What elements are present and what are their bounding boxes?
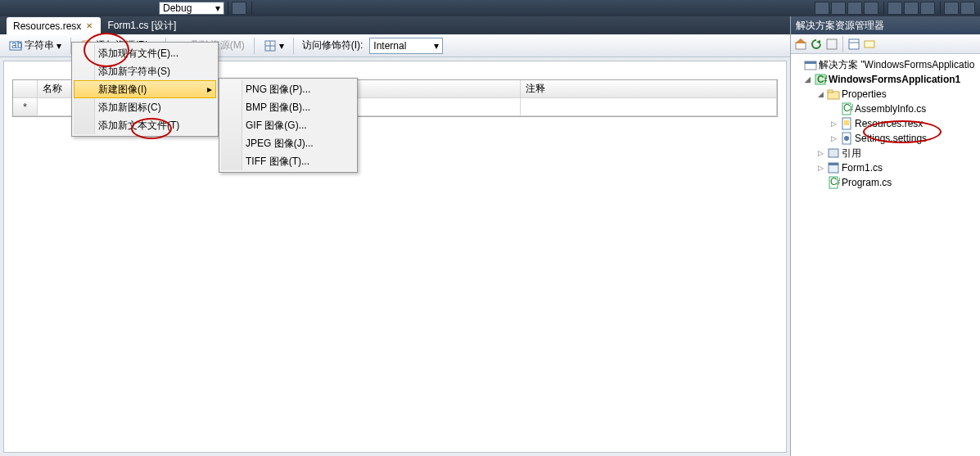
expand-icon[interactable]: ▷ <box>829 120 838 128</box>
tree-references[interactable]: ▷ 引用 <box>793 146 978 160</box>
solution-explorer-title: 解决方案资源管理器 <box>791 16 980 34</box>
svg-text:C#: C# <box>830 176 840 187</box>
csfile-icon: C# <box>827 176 840 189</box>
menu-add-icon[interactable]: 添加新图标(C) <box>74 98 216 116</box>
solution-tree[interactable]: 解决方案 "WindowsFormsApplicatio ◢ C# Window… <box>791 54 980 456</box>
solution-icon <box>804 58 817 71</box>
svg-rect-28 <box>829 149 838 157</box>
home-icon[interactable] <box>794 38 807 51</box>
form-icon <box>827 161 840 174</box>
access-modifier-label: 访问修饰符(I): <box>302 38 364 52</box>
references-icon <box>827 147 840 160</box>
expand-icon[interactable]: ▷ <box>815 164 825 172</box>
toolbar-icon[interactable] <box>831 2 846 15</box>
resource-grid-area: 名称 注释 * 添加现有文件(E)... 添加新字符串(S) 新建图像(I) <box>3 61 787 453</box>
tree-solution[interactable]: 解决方案 "WindowsFormsApplicatio <box>793 57 978 72</box>
strings-dropdown[interactable]: abc 字符串 ▾ <box>5 36 65 55</box>
tree-assemblyinfo[interactable]: C# AssemblyInfo.cs <box>793 102 978 116</box>
svg-rect-15 <box>865 41 874 47</box>
menu-add-textfile[interactable]: 添加新文本文件(T) <box>74 116 216 134</box>
collapse-icon[interactable]: ◢ <box>802 75 812 84</box>
resx-icon <box>840 117 853 130</box>
solution-explorer: 解决方案资源管理器 解决方案 "WindowsFormsApplicatio ◢… <box>791 16 980 456</box>
csfile-icon: C# <box>840 102 853 115</box>
tree-project[interactable]: ◢ C# WindowsFormsApplication1 <box>793 72 978 87</box>
svg-rect-21 <box>828 90 833 93</box>
solution-explorer-toolbar <box>791 34 980 54</box>
tab-label: Resources.resx <box>13 20 81 32</box>
expand-icon[interactable]: ▷ <box>829 134 838 142</box>
settings-icon <box>840 132 853 145</box>
svg-rect-9 <box>796 43 806 49</box>
svg-rect-12 <box>827 39 837 49</box>
strings-label: 字符串 <box>25 38 54 52</box>
row-header-corner[interactable] <box>13 80 38 97</box>
toolbar-icon[interactable] <box>887 2 902 15</box>
svg-text:C#: C# <box>843 102 853 114</box>
main-toolbar-strip: Debug▾ <box>0 0 980 16</box>
chevron-down-icon: ▾ <box>279 40 284 52</box>
tree-form1[interactable]: ▷ Form1.cs <box>793 160 978 175</box>
svg-rect-13 <box>849 39 859 49</box>
svg-text:abc: abc <box>11 39 22 51</box>
svg-rect-25 <box>844 120 849 125</box>
toolbar-icon[interactable] <box>960 2 975 15</box>
col-comment[interactable]: 注释 <box>521 80 777 97</box>
showall-icon[interactable] <box>863 38 876 51</box>
menu-png[interactable]: PNG 图像(P)... <box>221 80 355 98</box>
collapse-icon[interactable]: ◢ <box>815 90 825 98</box>
close-icon[interactable]: ✕ <box>84 21 94 31</box>
string-icon: abc <box>9 39 22 52</box>
svg-marker-10 <box>795 38 806 43</box>
tree-properties[interactable]: ◢ Properties <box>793 87 978 102</box>
expand-icon[interactable]: ▷ <box>815 149 825 157</box>
svg-rect-30 <box>829 163 838 165</box>
access-modifier-value: Internal <box>373 40 434 52</box>
tab-form1[interactable]: Form1.cs [设计] <box>101 17 183 34</box>
chevron-down-icon: ▾ <box>434 40 439 52</box>
toolbar-icon[interactable] <box>815 2 829 15</box>
toolbar-icon[interactable] <box>864 2 878 15</box>
config-combo[interactable]: Debug▾ <box>159 2 224 15</box>
grid-icon <box>264 39 277 52</box>
menu-tiff[interactable]: TIFF 图像(T)... <box>221 152 355 170</box>
properties-icon[interactable] <box>847 38 860 51</box>
tab-label: Form1.cs [设计] <box>107 19 176 33</box>
menu-bmp[interactable]: BMP 图像(B)... <box>221 98 355 116</box>
new-row-indicator: * <box>13 98 38 115</box>
csproj-icon: C# <box>814 73 827 86</box>
svg-rect-17 <box>805 61 816 64</box>
toolbar-icon[interactable] <box>920 2 935 15</box>
tree-resources[interactable]: ▷ Resources.resx <box>793 116 978 131</box>
menu-new-image[interactable]: 新建图像(I) ▸ <box>74 80 216 98</box>
menu-add-existing-file[interactable]: 添加现有文件(E)... <box>74 44 216 62</box>
submenu-arrow-icon: ▸ <box>207 84 212 95</box>
menu-jpeg[interactable]: JPEG 图像(J)... <box>221 134 355 152</box>
refresh-icon[interactable] <box>810 38 823 51</box>
folder-icon <box>827 88 840 101</box>
toolbar-icon[interactable] <box>944 2 959 15</box>
menu-add-string[interactable]: 添加新字符串(S) <box>74 62 216 80</box>
tree-settings[interactable]: ▷ Settings.settings <box>793 131 978 146</box>
toolbar-icon[interactable] <box>904 2 919 15</box>
access-modifier-combo[interactable]: Internal ▾ <box>369 38 443 54</box>
menu-gif[interactable]: GIF 图像(G)... <box>221 116 355 134</box>
document-tabs: Resources.resx ✕ Form1.cs [设计] <box>0 16 790 34</box>
toolbar-icon[interactable] <box>232 2 246 15</box>
toolbar-icon[interactable] <box>847 2 862 15</box>
tab-resources[interactable]: Resources.resx ✕ <box>7 17 101 34</box>
svg-text:C#: C# <box>817 74 827 85</box>
new-image-submenu[interactable]: PNG 图像(P)... BMP 图像(B)... GIF 图像(G)... J… <box>219 78 358 173</box>
tree-program[interactable]: C# Program.cs <box>793 175 978 190</box>
add-resource-menu[interactable]: 添加现有文件(E)... 添加新字符串(S) 新建图像(I) ▸ 添加新图标(C… <box>71 42 219 137</box>
view-dropdown[interactable]: ▾ <box>260 37 288 55</box>
collapse-icon[interactable] <box>825 38 838 51</box>
svg-marker-11 <box>816 40 820 44</box>
chevron-down-icon: ▾ <box>56 40 61 52</box>
svg-point-27 <box>844 136 849 141</box>
